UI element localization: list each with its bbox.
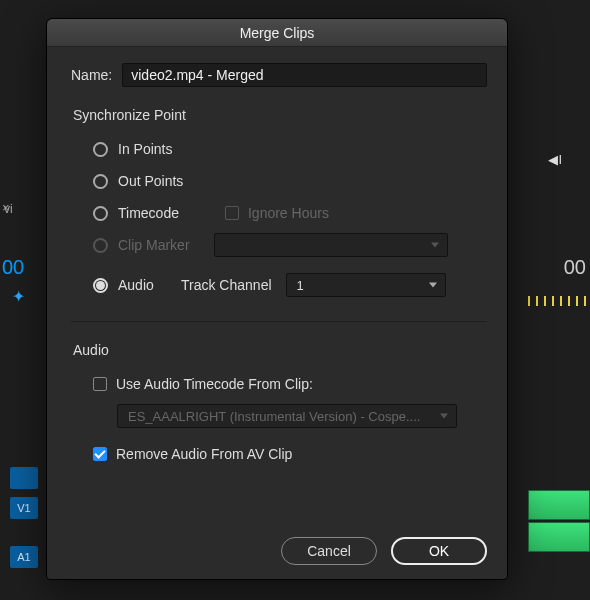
timecode-left: 00: [2, 256, 24, 279]
audio-clip-select: ES_AAALRIGHT (Instrumental Version) - Co…: [117, 404, 457, 428]
cancel-button[interactable]: Cancel: [281, 537, 377, 565]
name-input[interactable]: [122, 63, 487, 87]
step-back-icon[interactable]: ◀I: [548, 152, 562, 167]
radio-out-points-label: Out Points: [118, 173, 183, 189]
track-v1-button[interactable]: V1: [10, 497, 38, 519]
audio-clip-value: ES_AAALRIGHT (Instrumental Version) - Co…: [128, 409, 420, 424]
panel-tab: vi: [4, 202, 13, 216]
track-a1-button[interactable]: A1: [10, 546, 38, 568]
divider: [71, 321, 487, 322]
timecode-right: 00: [564, 256, 586, 279]
track-button[interactable]: [10, 467, 38, 489]
track-channel-label: Track Channel: [181, 277, 272, 293]
dialog-title: Merge Clips: [240, 25, 315, 41]
ignore-hours-checkbox: [225, 206, 239, 220]
radio-audio[interactable]: [93, 278, 108, 293]
radio-in-points[interactable]: [93, 142, 108, 157]
audio-section-label: Audio: [73, 342, 487, 358]
radio-audio-label: Audio: [118, 277, 181, 293]
use-audio-timecode-label: Use Audio Timecode From Clip:: [116, 376, 313, 392]
merge-clips-dialog: Merge Clips Name: Synchronize Point In P…: [46, 18, 508, 580]
radio-clip-marker: [93, 238, 108, 253]
track-channel-select[interactable]: 1: [286, 273, 446, 297]
radio-clip-marker-label: Clip Marker: [118, 237, 214, 253]
clip-marker-select: [214, 233, 448, 257]
chevron-down-icon: [440, 414, 448, 419]
name-label: Name:: [71, 67, 112, 83]
radio-timecode-label: Timecode: [118, 205, 179, 221]
radio-timecode[interactable]: [93, 206, 108, 221]
remove-audio-checkbox[interactable]: [93, 447, 107, 461]
use-audio-timecode-checkbox[interactable]: [93, 377, 107, 391]
dialog-titlebar: Merge Clips: [47, 19, 507, 47]
chevron-down-icon: [429, 283, 437, 288]
radio-in-points-label: In Points: [118, 141, 172, 157]
ignore-hours-label: Ignore Hours: [248, 205, 329, 221]
ok-button[interactable]: OK: [391, 537, 487, 565]
chevron-down-icon: [431, 243, 439, 248]
audio-waveform: [528, 522, 590, 552]
remove-audio-label: Remove Audio From AV Clip: [116, 446, 292, 462]
track-channel-value: 1: [297, 278, 304, 293]
timeline-ruler: [528, 296, 590, 306]
fx-icon: ✦: [12, 287, 25, 306]
audio-waveform: [528, 490, 590, 520]
sync-section-label: Synchronize Point: [73, 107, 487, 123]
radio-out-points[interactable]: [93, 174, 108, 189]
